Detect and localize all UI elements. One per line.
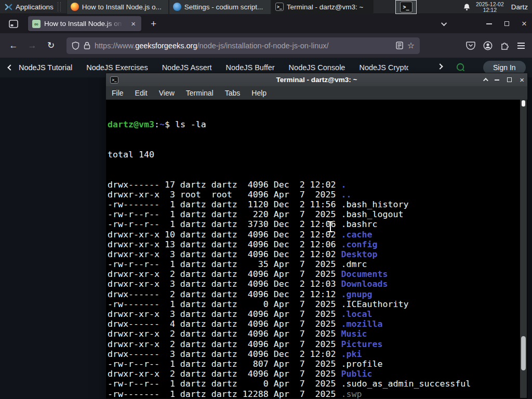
lock-icon[interactable] [84,42,90,49]
url-path: /node-js/installation-of-node-js-on-linu… [197,42,328,50]
file-name: .mozilla [341,319,383,329]
nav-link-nodejs-tutorial[interactable]: NodeJS Tutorial [19,63,72,72]
terminal-launcher-button[interactable]: >_ [395,0,417,14]
taskbar-button-codium[interactable]: Settings - codium script... [169,0,271,14]
pocket-icon[interactable] [466,41,475,50]
codium-icon [173,3,181,11]
nav-link-nodejs-exercises[interactable]: NodeJS Exercises [86,63,148,72]
new-tab-button[interactable]: + [148,18,159,30]
terminal-scrollbar[interactable] [520,100,527,398]
terminal-line: -rw-r--r-- 1 dartz dartz 3730 Dec 2 12:0… [108,219,527,229]
terminal-menu-edit[interactable]: Edit [129,86,153,100]
file-name: .bashrc [341,219,378,229]
file-name: .dmrc [341,259,367,269]
terminal-shade-button[interactable] [483,78,488,83]
terminal-line: drwx------ 4 dartz dartz 4096 Apr 7 2025… [108,319,527,329]
terminal-line: -rw------- 1 dartz dartz 0 Apr 7 2025 .I… [108,299,527,309]
terminal-line: drwxr-xr-x 13 dartz dartz 4096 Dec 2 12:… [108,240,527,249]
file-name: .cache [341,230,373,240]
file-name: Music [341,329,367,339]
url-domain: geeksforgeeks.org [135,42,197,50]
shield-icon[interactable] [72,42,79,50]
mouse-ibeam-cursor [327,221,333,232]
terminal-minimize-button[interactable] [495,79,499,81]
menu-hamburger-icon[interactable] [517,43,525,49]
browser-toolbar: ← → ↻ https://www.geeksforgeeks.org/node… [0,33,532,58]
terminal-listing: drwx------ 17 dartz dartz 4096 Dec 2 12:… [108,180,527,398]
prompt-user-host: dartz@vm3 [108,119,154,129]
scrollbar-top-mark[interactable] [522,100,525,107]
file-name: Pictures [341,339,383,349]
terminal-line: drwxr-xr-x 3 root root 4096 Apr 7 2025 .… [108,190,527,200]
scrollbar-thumb[interactable] [521,336,526,370]
terminal-menu-terminal[interactable]: Terminal [180,86,219,100]
terminal-line: drwxr-xr-x 10 dartz dartz 4096 Dec 2 12:… [108,230,527,240]
url-protocol: https://www. [95,42,135,50]
firefox-view-icon [9,20,18,28]
terminal-menu-bar: FileEditViewTerminalTabsHelp [106,86,527,100]
user-menu[interactable]: Dartz [509,3,528,11]
search-icon[interactable] [456,63,465,72]
terminal-close-button[interactable]: × [520,76,524,84]
terminal-line: drwxr-xr-x 2 dartz dartz 4096 Apr 7 2025… [108,269,527,279]
terminal-line: drwxr-xr-x 3 dartz dartz 4096 Dec 2 12:0… [108,279,527,289]
terminal-line: drwx------ 3 dartz dartz 4096 Dec 2 12:0… [108,349,527,359]
bookmark-star-icon[interactable]: ☆ [407,41,415,50]
file-name: Documents [341,269,388,279]
taskbar-button-firefox[interactable]: How to Install Node.js o... [66,0,169,14]
reload-button[interactable]: ↻ [43,37,59,54]
terminal-line: -rw-r--r-- 1 dartz dartz 807 Apr 7 2025 … [108,359,527,369]
applications-menu-button[interactable]: Applications [0,0,66,14]
panel-clock[interactable]: 2025-12-02 12:12 [476,2,504,13]
file-name: .sudo_as_admin_successful [341,379,471,389]
taskbar-button-label: Settings - codium script... [184,3,263,11]
terminal-icon: >_ [275,3,284,11]
list-all-tabs-chevron-icon[interactable] [441,20,447,25]
terminal-menu-help[interactable]: Help [246,86,272,100]
terminal-maximize-button[interactable] [507,77,512,82]
nav-links: NodeJS TutorialNodeJS ExercisesNodeJS As… [19,63,408,72]
back-button[interactable]: ← [5,37,22,54]
url-text[interactable]: https://www.geeksforgeeks.org/node-js/in… [95,42,392,50]
terminal-line: -rw-r--r-- 1 dartz dartz 35 Apr 7 2025 .… [108,259,527,269]
nav-scroll-right-chevron-icon[interactable] [437,63,443,69]
terminal-line: drwxr-xr-x 2 dartz dartz 4096 Apr 7 2025… [108,329,527,339]
desktop-panel: Applications How to Install Node.js o...… [0,0,532,14]
terminal-title-bar[interactable]: >_ Terminal - dartz@vm3: ~ × [106,73,527,86]
tab-close-icon[interactable]: × [129,19,137,28]
geeksforgeeks-favicon-icon: ∞ [32,20,41,28]
taskbar-button-terminal[interactable]: >_Terminal - dartz@vm3: ~ [271,0,374,14]
terminal-line: drwxr-xr-x 3 dartz dartz 4096 Dec 2 12:0… [108,249,527,259]
file-name: Public [341,369,373,379]
terminal-menu-view[interactable]: View [153,86,180,100]
reader-mode-icon[interactable] [396,42,403,49]
prompt-cwd: ~ [159,119,165,129]
nav-scroll-left-chevron-icon[interactable] [7,64,13,70]
applications-label: Applications [16,3,54,11]
terminal-menu-file[interactable]: File [106,86,129,100]
terminal-line: drwxr-xr-x 2 dartz dartz 4096 Apr 7 2025… [108,369,527,379]
nav-link-nodejs-console[interactable]: NodeJS Console [289,63,345,72]
nav-link-nodejs-assert[interactable]: NodeJS Assert [162,63,212,72]
terminal-line: -rw-r--r-- 1 dartz dartz 220 Apr 7 2025 … [108,209,527,219]
window-close-button[interactable]: × [522,19,527,28]
taskbar-button-label: How to Install Node.js o... [82,3,162,11]
file-name: .config [341,240,378,249]
file-name: .. [341,190,352,200]
file-name: Desktop [341,249,378,259]
tab-how-to-install-nodejs[interactable]: ∞ How to Install Node.js on × [28,16,141,31]
file-name: .bash_history [341,200,409,209]
terminal-menu-tabs[interactable]: Tabs [219,86,246,100]
file-name: .local [341,309,373,319]
url-bar[interactable]: https://www.geeksforgeeks.org/node-js/in… [66,37,420,54]
nav-link-nodejs-crypto[interactable]: NodeJS Crypto [359,63,408,72]
account-icon[interactable] [483,41,493,50]
notification-bell-icon[interactable] [463,3,471,11]
firefox-view-button[interactable] [6,17,21,31]
extensions-puzzle-icon[interactable] [500,41,510,50]
window-minimize-button[interactable] [486,23,492,24]
terminal-output[interactable]: dartz@vm3:~$ ls -la total 140 drwx------… [106,100,527,398]
window-restore-button[interactable] [504,21,509,26]
taskbar-button-label: Terminal - dartz@vm3: ~ [287,3,364,11]
nav-link-nodejs-buffer[interactable]: NodeJS Buffer [226,63,275,72]
